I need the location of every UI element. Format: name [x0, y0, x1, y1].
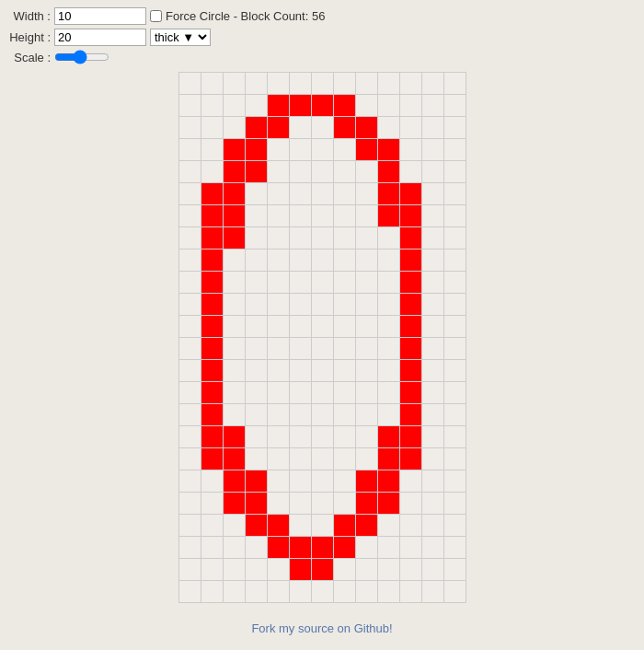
grid-cell[interactable] — [289, 227, 311, 250]
grid-cell[interactable] — [377, 559, 399, 581]
grid-cell[interactable] — [333, 515, 355, 537]
grid-cell[interactable] — [399, 294, 421, 316]
grid-cell[interactable] — [267, 95, 289, 117]
grid-cell[interactable] — [399, 404, 421, 426]
grid-cell[interactable] — [311, 117, 333, 139]
grid-cell[interactable] — [355, 316, 377, 338]
grid-cell[interactable] — [245, 382, 267, 404]
grid-cell[interactable] — [377, 426, 399, 448]
grid-cell[interactable] — [245, 404, 267, 426]
grid-cell[interactable] — [178, 537, 201, 559]
grid-cell[interactable] — [223, 227, 245, 250]
grid-cell[interactable] — [333, 537, 355, 559]
thickness-select[interactable]: thin thick ▼ thicker — [150, 29, 211, 46]
grid-cell[interactable] — [311, 559, 333, 581]
grid-cell[interactable] — [377, 316, 399, 338]
grid-cell[interactable] — [311, 515, 333, 537]
grid-cell[interactable] — [201, 161, 223, 183]
grid-cell[interactable] — [201, 272, 223, 294]
grid-cell[interactable] — [311, 294, 333, 316]
grid-cell[interactable] — [201, 382, 223, 404]
grid-cell[interactable] — [178, 139, 201, 161]
grid-cell[interactable] — [267, 470, 289, 493]
grid-cell[interactable] — [201, 95, 223, 117]
grid-cell[interactable] — [399, 448, 421, 470]
force-circle-checkbox[interactable] — [150, 10, 162, 22]
grid-cell[interactable] — [223, 493, 245, 515]
grid-cell[interactable] — [223, 117, 245, 139]
grid-cell[interactable] — [245, 227, 267, 250]
grid-cell[interactable] — [267, 426, 289, 448]
grid-cell[interactable] — [178, 161, 201, 183]
grid-cell[interactable] — [443, 581, 466, 603]
grid-cell[interactable] — [267, 581, 289, 603]
grid-cell[interactable] — [377, 117, 399, 139]
grid-cell[interactable] — [333, 294, 355, 316]
height-input[interactable] — [54, 29, 146, 46]
github-link[interactable]: Fork my source on Github! — [251, 621, 392, 635]
grid-cell[interactable] — [443, 294, 466, 316]
grid-cell[interactable] — [421, 117, 443, 139]
grid-cell[interactable] — [245, 250, 267, 272]
grid-cell[interactable] — [223, 161, 245, 183]
grid-cell[interactable] — [443, 272, 466, 294]
grid-cell[interactable] — [355, 250, 377, 272]
grid-cell[interactable] — [245, 205, 267, 227]
grid-cell[interactable] — [201, 515, 223, 537]
grid-cell[interactable] — [245, 117, 267, 139]
grid-cell[interactable] — [377, 250, 399, 272]
grid-cell[interactable] — [311, 581, 333, 603]
grid-cell[interactable] — [443, 139, 466, 161]
grid-cell[interactable] — [201, 227, 223, 250]
grid-cell[interactable] — [201, 250, 223, 272]
grid-cell[interactable] — [333, 161, 355, 183]
grid-cell[interactable] — [333, 382, 355, 404]
grid-cell[interactable] — [377, 515, 399, 537]
grid-cell[interactable] — [201, 470, 223, 493]
grid-cell[interactable] — [223, 338, 245, 360]
grid-cell[interactable] — [333, 559, 355, 581]
grid-cell[interactable] — [289, 161, 311, 183]
grid-cell[interactable] — [201, 205, 223, 227]
grid-cell[interactable] — [178, 117, 201, 139]
grid-cell[interactable] — [333, 250, 355, 272]
grid-cell[interactable] — [267, 272, 289, 294]
grid-cell[interactable] — [399, 316, 421, 338]
grid-cell[interactable] — [223, 95, 245, 117]
grid-cell[interactable] — [399, 470, 421, 493]
grid-cell[interactable] — [267, 250, 289, 272]
grid-cell[interactable] — [223, 139, 245, 161]
grid-cell[interactable] — [355, 117, 377, 139]
grid-cell[interactable] — [201, 360, 223, 382]
grid-cell[interactable] — [377, 448, 399, 470]
grid-cell[interactable] — [289, 493, 311, 515]
grid-cell[interactable] — [223, 537, 245, 559]
grid-cell[interactable] — [443, 183, 466, 205]
grid-cell[interactable] — [355, 515, 377, 537]
grid-cell[interactable] — [311, 470, 333, 493]
grid-cell[interactable] — [267, 360, 289, 382]
grid-cell[interactable] — [311, 205, 333, 227]
grid-cell[interactable] — [289, 183, 311, 205]
grid-cell[interactable] — [377, 404, 399, 426]
grid-cell[interactable] — [333, 360, 355, 382]
grid-cell[interactable] — [333, 404, 355, 426]
grid-cell[interactable] — [289, 448, 311, 470]
grid-cell[interactable] — [399, 493, 421, 515]
grid-cell[interactable] — [333, 338, 355, 360]
grid-cell[interactable] — [178, 227, 201, 250]
grid-cell[interactable] — [311, 139, 333, 161]
grid-cell[interactable] — [333, 95, 355, 117]
grid-cell[interactable] — [201, 338, 223, 360]
grid-cell[interactable] — [443, 360, 466, 382]
grid-cell[interactable] — [399, 581, 421, 603]
grid-cell[interactable] — [245, 272, 267, 294]
grid-cell[interactable] — [267, 117, 289, 139]
grid-cell[interactable] — [443, 73, 466, 95]
grid-cell[interactable] — [443, 426, 466, 448]
grid-cell[interactable] — [399, 272, 421, 294]
grid-cell[interactable] — [421, 515, 443, 537]
grid-cell[interactable] — [245, 537, 267, 559]
grid-cell[interactable] — [377, 95, 399, 117]
grid-cell[interactable] — [289, 205, 311, 227]
